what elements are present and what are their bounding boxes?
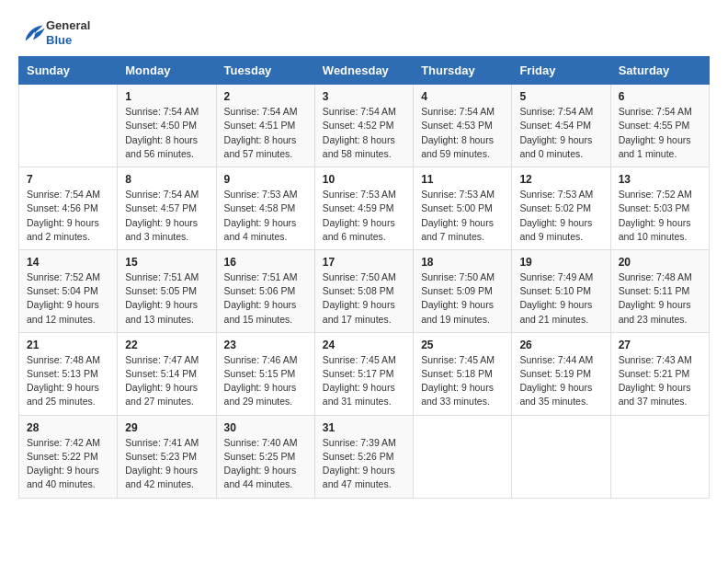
day-number: 5 [519, 90, 602, 103]
day-number: 8 [125, 173, 208, 186]
day-number: 29 [125, 421, 208, 434]
day-info: Sunrise: 7:51 AM Sunset: 5:05 PM Dayligh… [125, 270, 208, 327]
day-info: Sunrise: 7:53 AM Sunset: 4:58 PM Dayligh… [224, 188, 307, 244]
calendar-cell: 4Sunrise: 7:54 AM Sunset: 4:53 PM Daylig… [414, 85, 512, 167]
day-info: Sunrise: 7:44 AM Sunset: 5:19 PM Dayligh… [519, 353, 602, 409]
calendar-cell [414, 415, 512, 498]
day-info: Sunrise: 7:48 AM Sunset: 5:11 PM Dayligh… [619, 270, 701, 327]
day-info: Sunrise: 7:52 AM Sunset: 5:04 PM Dayligh… [27, 270, 109, 327]
day-info: Sunrise: 7:54 AM Sunset: 4:50 PM Dayligh… [125, 105, 208, 161]
calendar-cell: 14Sunrise: 7:52 AM Sunset: 5:04 PM Dayli… [19, 249, 118, 332]
day-info: Sunrise: 7:54 AM Sunset: 4:51 PM Dayligh… [224, 105, 307, 161]
logo-icon [20, 20, 46, 46]
day-number: 24 [323, 339, 405, 351]
calendar-cell: 28Sunrise: 7:42 AM Sunset: 5:22 PM Dayli… [19, 415, 118, 498]
day-info: Sunrise: 7:54 AM Sunset: 4:57 PM Dayligh… [125, 188, 208, 244]
day-info: Sunrise: 7:54 AM Sunset: 4:54 PM Dayligh… [519, 105, 602, 161]
calendar-cell: 20Sunrise: 7:48 AM Sunset: 5:11 PM Dayli… [610, 249, 709, 332]
day-number: 9 [224, 173, 307, 186]
calendar-cell: 21Sunrise: 7:48 AM Sunset: 5:13 PM Dayli… [19, 332, 118, 415]
calendar-cell: 16Sunrise: 7:51 AM Sunset: 5:06 PM Dayli… [216, 249, 314, 332]
calendar-cell: 1Sunrise: 7:54 AM Sunset: 4:50 PM Daylig… [118, 85, 216, 167]
day-number: 21 [27, 339, 109, 351]
day-number: 23 [224, 339, 307, 351]
day-number: 7 [27, 173, 109, 186]
day-number: 16 [224, 256, 307, 269]
day-info: Sunrise: 7:54 AM Sunset: 4:56 PM Dayligh… [27, 188, 109, 244]
day-info: Sunrise: 7:45 AM Sunset: 5:18 PM Dayligh… [421, 353, 504, 409]
calendar-cell: 31Sunrise: 7:39 AM Sunset: 5:26 PM Dayli… [314, 415, 413, 498]
calendar-cell: 13Sunrise: 7:52 AM Sunset: 5:03 PM Dayli… [610, 167, 709, 250]
day-number: 18 [421, 256, 504, 269]
page-header: General Blue [18, 18, 710, 47]
day-info: Sunrise: 7:54 AM Sunset: 4:53 PM Dayligh… [421, 105, 504, 161]
day-info: Sunrise: 7:48 AM Sunset: 5:13 PM Dayligh… [27, 353, 109, 409]
logo: General Blue [18, 18, 90, 47]
day-info: Sunrise: 7:49 AM Sunset: 5:10 PM Dayligh… [519, 270, 602, 327]
day-info: Sunrise: 7:47 AM Sunset: 5:14 PM Dayligh… [125, 353, 208, 409]
day-info: Sunrise: 7:50 AM Sunset: 5:09 PM Dayligh… [421, 270, 504, 327]
calendar-cell: 12Sunrise: 7:53 AM Sunset: 5:02 PM Dayli… [512, 167, 610, 250]
day-number: 15 [125, 256, 208, 269]
calendar-cell: 9Sunrise: 7:53 AM Sunset: 4:58 PM Daylig… [216, 167, 314, 250]
day-number: 27 [619, 339, 701, 351]
calendar-cell: 10Sunrise: 7:53 AM Sunset: 4:59 PM Dayli… [314, 167, 413, 250]
week-row-4: 21Sunrise: 7:48 AM Sunset: 5:13 PM Dayli… [19, 332, 710, 415]
calendar-cell [19, 85, 118, 167]
calendar-cell: 2Sunrise: 7:54 AM Sunset: 4:51 PM Daylig… [216, 85, 314, 167]
day-number: 11 [421, 173, 504, 186]
day-number: 20 [619, 256, 701, 269]
calendar-cell: 27Sunrise: 7:43 AM Sunset: 5:21 PM Dayli… [610, 332, 709, 415]
day-number: 4 [421, 90, 504, 103]
calendar-cell [610, 415, 709, 498]
day-number: 10 [323, 173, 405, 186]
calendar-cell: 26Sunrise: 7:44 AM Sunset: 5:19 PM Dayli… [512, 332, 610, 415]
day-info: Sunrise: 7:43 AM Sunset: 5:21 PM Dayligh… [619, 353, 701, 409]
calendar-cell: 15Sunrise: 7:51 AM Sunset: 5:05 PM Dayli… [118, 249, 216, 332]
calendar-cell: 11Sunrise: 7:53 AM Sunset: 5:00 PM Dayli… [414, 167, 512, 250]
calendar-cell: 24Sunrise: 7:45 AM Sunset: 5:17 PM Dayli… [314, 332, 413, 415]
logo-text: General Blue [46, 18, 90, 47]
day-number: 31 [323, 421, 405, 434]
header-row: SundayMondayTuesdayWednesdayThursdayFrid… [19, 57, 710, 85]
week-row-5: 28Sunrise: 7:42 AM Sunset: 5:22 PM Dayli… [19, 415, 710, 498]
calendar-cell: 18Sunrise: 7:50 AM Sunset: 5:09 PM Dayli… [414, 249, 512, 332]
week-row-2: 7Sunrise: 7:54 AM Sunset: 4:56 PM Daylig… [19, 167, 710, 250]
column-header-monday: Monday [118, 57, 216, 85]
column-header-saturday: Saturday [610, 57, 709, 85]
day-info: Sunrise: 7:53 AM Sunset: 4:59 PM Dayligh… [323, 188, 405, 244]
calendar-cell: 17Sunrise: 7:50 AM Sunset: 5:08 PM Dayli… [314, 249, 413, 332]
day-info: Sunrise: 7:54 AM Sunset: 4:55 PM Dayligh… [619, 105, 701, 161]
column-header-friday: Friday [512, 57, 610, 85]
day-number: 19 [519, 256, 602, 269]
day-number: 13 [619, 173, 701, 186]
calendar-cell: 8Sunrise: 7:54 AM Sunset: 4:57 PM Daylig… [118, 167, 216, 250]
day-info: Sunrise: 7:54 AM Sunset: 4:52 PM Dayligh… [323, 105, 405, 161]
day-number: 25 [421, 339, 504, 351]
calendar-cell: 7Sunrise: 7:54 AM Sunset: 4:56 PM Daylig… [19, 167, 118, 250]
day-info: Sunrise: 7:53 AM Sunset: 5:00 PM Dayligh… [421, 188, 504, 244]
calendar-cell: 29Sunrise: 7:41 AM Sunset: 5:23 PM Dayli… [118, 415, 216, 498]
day-number: 3 [323, 90, 405, 103]
calendar-cell: 30Sunrise: 7:40 AM Sunset: 5:25 PM Dayli… [216, 415, 314, 498]
day-number: 26 [519, 339, 602, 351]
day-info: Sunrise: 7:51 AM Sunset: 5:06 PM Dayligh… [224, 270, 307, 327]
day-number: 12 [519, 173, 602, 186]
column-header-sunday: Sunday [19, 57, 118, 85]
day-number: 30 [224, 421, 307, 434]
calendar-cell: 23Sunrise: 7:46 AM Sunset: 5:15 PM Dayli… [216, 332, 314, 415]
day-info: Sunrise: 7:52 AM Sunset: 5:03 PM Dayligh… [619, 188, 701, 244]
day-info: Sunrise: 7:40 AM Sunset: 5:25 PM Dayligh… [224, 436, 307, 492]
day-info: Sunrise: 7:50 AM Sunset: 5:08 PM Dayligh… [323, 270, 405, 327]
day-number: 1 [125, 90, 208, 103]
calendar-cell [512, 415, 610, 498]
calendar-cell: 5Sunrise: 7:54 AM Sunset: 4:54 PM Daylig… [512, 85, 610, 167]
column-header-thursday: Thursday [414, 57, 512, 85]
day-number: 28 [27, 421, 109, 434]
day-info: Sunrise: 7:53 AM Sunset: 5:02 PM Dayligh… [519, 188, 602, 244]
calendar-table: SundayMondayTuesdayWednesdayThursdayFrid… [18, 56, 710, 498]
day-info: Sunrise: 7:42 AM Sunset: 5:22 PM Dayligh… [27, 436, 109, 492]
day-info: Sunrise: 7:46 AM Sunset: 5:15 PM Dayligh… [224, 353, 307, 409]
day-number: 22 [125, 339, 208, 351]
day-info: Sunrise: 7:41 AM Sunset: 5:23 PM Dayligh… [125, 436, 208, 492]
